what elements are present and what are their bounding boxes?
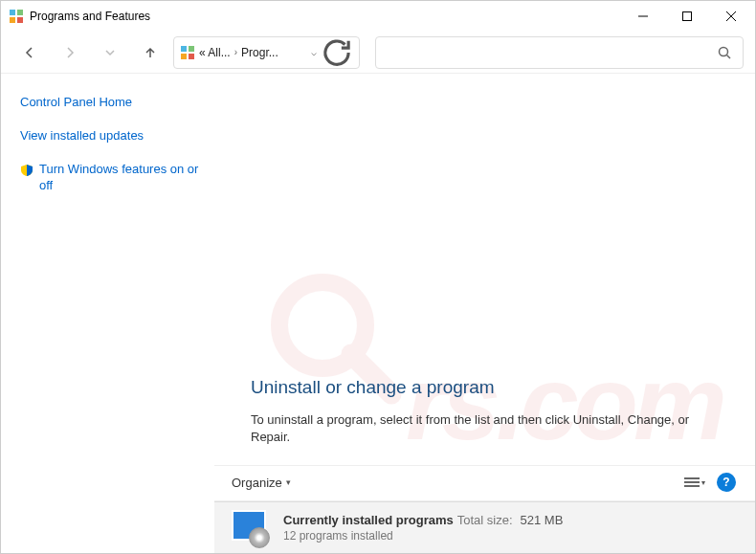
- list-toolbar: Organize ▾ ?: [214, 465, 755, 501]
- svg-rect-5: [683, 12, 692, 21]
- status-count: 12 programs installed: [283, 529, 563, 543]
- search-input[interactable]: [375, 36, 744, 69]
- svg-rect-8: [181, 46, 187, 52]
- breadcrumb-seg[interactable]: « All...: [199, 46, 231, 59]
- sidebar: Control Panel Home View installed update…: [1, 74, 214, 553]
- control-panel-icon: [180, 45, 195, 60]
- close-button[interactable]: [709, 1, 753, 32]
- svg-rect-3: [17, 17, 23, 23]
- svg-point-14: [279, 282, 366, 368]
- view-updates-link[interactable]: View installed updates: [20, 128, 205, 144]
- svg-point-12: [720, 47, 728, 55]
- refresh-button[interactable]: [321, 36, 353, 69]
- shield-icon: [20, 164, 33, 177]
- svg-rect-0: [10, 10, 15, 15]
- titlebar: Programs and Features: [1, 1, 755, 32]
- organize-button[interactable]: Organize: [226, 472, 297, 494]
- programs-icon: [230, 508, 270, 548]
- window-title: Programs and Features: [30, 10, 150, 23]
- forward-button[interactable]: [53, 36, 87, 69]
- chevron-down-icon[interactable]: ⌵: [311, 47, 317, 57]
- status-size: 521 MB: [521, 513, 564, 527]
- status-size-label: Total size:: [457, 513, 513, 527]
- up-button[interactable]: [133, 36, 167, 69]
- minimize-button[interactable]: [621, 1, 665, 32]
- app-icon: [9, 9, 24, 24]
- status-title: Currently installed programs: [283, 513, 454, 527]
- chevron-right-icon: ›: [234, 47, 237, 57]
- control-panel-home-link[interactable]: Control Panel Home: [20, 95, 205, 111]
- svg-rect-10: [181, 54, 187, 59]
- svg-rect-1: [17, 10, 23, 15]
- address-bar[interactable]: « All... › Progr... ⌵: [173, 36, 360, 69]
- back-button[interactable]: [12, 36, 47, 69]
- recent-dropdown[interactable]: [93, 36, 127, 69]
- svg-rect-9: [189, 46, 194, 52]
- windows-features-link[interactable]: Turn Windows features on or off: [39, 162, 205, 194]
- svg-line-13: [727, 55, 731, 58]
- view-options-button[interactable]: ▾: [680, 470, 709, 495]
- svg-rect-11: [189, 54, 194, 59]
- breadcrumb-seg[interactable]: Progr...: [241, 46, 278, 59]
- help-button[interactable]: ?: [717, 473, 736, 492]
- page-title: Uninstall or change a program: [251, 377, 736, 398]
- svg-rect-2: [10, 17, 15, 23]
- maximize-button[interactable]: [665, 1, 709, 32]
- main-panel: rs.com Uninstall or change a program To …: [214, 74, 755, 553]
- status-bar: Currently installed programsTotal size:5…: [214, 501, 755, 553]
- page-subtext: To uninstall a program, select it from t…: [251, 411, 726, 446]
- nav-toolbar: « All... › Progr... ⌵: [1, 32, 755, 74]
